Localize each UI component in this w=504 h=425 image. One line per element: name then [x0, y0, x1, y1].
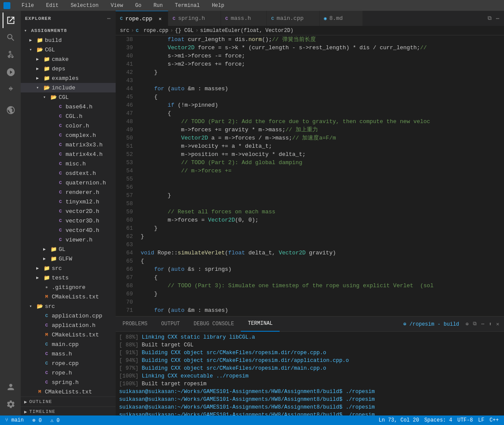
breadcrumb-class[interactable]: {} CGL	[175, 28, 193, 34]
run-activity-icon[interactable]	[3, 64, 18, 80]
line-number: 59	[116, 208, 133, 216]
status-language[interactable]: C++	[488, 417, 501, 423]
code-area[interactable]: 3839404142434445464748495051525354555657…	[116, 35, 504, 316]
menu-view[interactable]: View	[108, 2, 126, 10]
tab-problems[interactable]: PROBLEMS	[116, 317, 154, 332]
sidebar-item-cmake-src[interactable]: M CMakeLists.txt	[21, 330, 116, 339]
code-line: {	[141, 93, 504, 101]
timeline-header[interactable]: ▶ TIMELINE	[21, 407, 116, 415]
status-warnings[interactable]: ⚠ 0	[49, 417, 62, 424]
sidebar-item-src-cgl[interactable]: ▶ 📁 src	[21, 263, 116, 273]
remote-activity-icon[interactable]	[3, 102, 18, 118]
code-line: m->forces += gravity * m->mass;// 加上重力	[141, 126, 504, 134]
tab-rope-cpp[interactable]: C rope.cpp ✕	[116, 11, 168, 26]
base64h-icon: C	[57, 103, 64, 110]
outline-header[interactable]: ▶ OUTLINE	[21, 397, 116, 406]
status-errors[interactable]: ⊗ 0	[31, 417, 44, 424]
sidebar-item-application-h[interactable]: C application.h	[21, 320, 116, 330]
sidebar-item-cmake-top[interactable]: M CMakeLists.txt	[21, 387, 116, 396]
tab-rope-cpp-close[interactable]: ✕	[157, 15, 164, 22]
terminal-maximize-button[interactable]: ⬆	[488, 320, 493, 329]
tab-output[interactable]: OUTPUT	[154, 317, 187, 332]
tab-8-md[interactable]: ◉ 8.md ✕	[320, 11, 363, 26]
sidebar-item-matrix4x4h[interactable]: C matrix4x4.h	[21, 149, 116, 159]
menu-help[interactable]: Help	[209, 2, 227, 10]
account-activity-icon[interactable]	[3, 379, 18, 395]
breadcrumb-method[interactable]: simulateEuler(float, Vector2D)	[200, 28, 293, 34]
sidebar-item-rope-h[interactable]: C rope.h	[21, 368, 116, 377]
sidebar-item-tinyxml2h[interactable]: C tinyxml2.h	[21, 197, 116, 206]
explorer-activity-icon[interactable]	[3, 13, 18, 28]
menu-run[interactable]: Run	[151, 2, 166, 10]
sidebar-item-deps[interactable]: ▶ 📁 deps	[21, 64, 116, 73]
osdtexth-label: osdtext.h	[66, 170, 96, 177]
sidebar-item-quaternionh[interactable]: C quaternion.h	[21, 178, 116, 187]
menu-selection[interactable]: Selection	[68, 2, 101, 10]
sidebar-item-misch[interactable]: C misc.h	[21, 159, 116, 168]
status-line-ending[interactable]: LF	[476, 417, 486, 423]
sidebar-item-assignment8[interactable]: ▾ ASSIGNMENT8	[21, 26, 116, 35]
source-control-activity-icon[interactable]	[3, 47, 18, 63]
tab-terminal[interactable]: TERMINAL	[241, 317, 280, 332]
tab-mass-h[interactable]: C mass.h ✕	[221, 11, 267, 26]
menu-edit[interactable]: Edit	[44, 2, 61, 10]
new-terminal-button[interactable]: ⊕	[464, 320, 470, 329]
sidebar-item-osdtexth[interactable]: C osdtext.h	[21, 168, 116, 178]
sidebar-item-cmake-cgl[interactable]: M CMakeLists.txt	[21, 292, 116, 301]
sidebar-item-application-cpp[interactable]: C application.cpp	[21, 311, 116, 320]
sidebar-item-main-cpp[interactable]: C main.cpp	[21, 339, 116, 349]
sidebar-item-GL[interactable]: ▶ 📁 GL	[21, 244, 116, 254]
sidebar-item-tests[interactable]: ▶ 📁 tests	[21, 273, 116, 282]
sidebar-item-CGL-sub[interactable]: ▾ 📂 CGL	[21, 92, 116, 102]
sidebar-item-vector4Dh[interactable]: C vector4D.h	[21, 225, 116, 235]
sidebar-item-gitignore[interactable]: ● .gitignore	[21, 282, 116, 292]
breadcrumb-file: C rope.cpp	[136, 28, 168, 34]
terminal-close-button[interactable]: ✕	[495, 320, 501, 329]
new-file-button[interactable]: ⋯	[106, 14, 111, 23]
tab-debug-console[interactable]: DEBUG CONSOLE	[187, 317, 241, 332]
sidebar-item-src[interactable]: ▾ 📂 src	[21, 301, 116, 311]
menu-go[interactable]: Go	[132, 2, 144, 10]
sidebar-item-spring-h[interactable]: C spring.h	[21, 377, 116, 387]
sidebar-item-viewerh[interactable]: C viewer.h	[21, 235, 116, 244]
sidebar-item-base64h[interactable]: C base64.h	[21, 102, 116, 111]
search-activity-icon[interactable]	[3, 30, 18, 45]
sidebar-item-CGL[interactable]: ▾ 📂 CGL	[21, 45, 116, 54]
sidebar-item-complexh[interactable]: C complex.h	[21, 130, 116, 140]
sidebar-item-include[interactable]: ▾ 📂 include	[21, 83, 116, 92]
sidebar-item-build[interactable]: ▶ 📁 build	[21, 35, 116, 45]
split-terminal-button[interactable]: ⧉	[472, 320, 478, 328]
sidebar-item-vector3Dh[interactable]: C vector3D.h	[21, 216, 116, 225]
status-position[interactable]: Ln 73, Col 20	[377, 417, 421, 423]
sidebar-item-matrix3x3h[interactable]: C matrix3x3.h	[21, 140, 116, 149]
sidebar-item-cmake[interactable]: ▶ 📁 cmake	[21, 54, 116, 64]
menu-file[interactable]: File	[19, 2, 37, 10]
sidebar-item-mass-h[interactable]: C mass.h	[21, 349, 116, 358]
code-content[interactable]: float curr_length = dis.norm();// 弹簧当前长度…	[137, 35, 504, 316]
menu-terminal[interactable]: Terminal	[172, 2, 202, 10]
tab-spring-h[interactable]: C spring.h ✕	[168, 11, 221, 26]
terminal-content[interactable]: [ 88%] Linking CXX static library libCGL…	[116, 332, 504, 415]
line-number: 51	[116, 142, 133, 150]
tab-main-cpp[interactable]: C main.cpp ✕	[267, 11, 319, 26]
extensions-activity-icon[interactable]	[3, 82, 18, 97]
breadcrumb-filename[interactable]: rope.cpp	[144, 28, 169, 34]
breadcrumb-src[interactable]: src	[120, 28, 129, 34]
terminal-more-button[interactable]: ⋯	[480, 320, 485, 329]
status-encoding[interactable]: UTF-8	[456, 417, 475, 423]
terminal-tab-actions: ⊕ /ropesim - build ⊕ ⧉ ⋯ ⬆ ✕	[403, 320, 504, 329]
sidebar-item-examples[interactable]: ▶ 📁 examples	[21, 73, 116, 83]
sidebar-item-rendererh[interactable]: C renderer.h	[21, 187, 116, 197]
sidebar-item-rope-cpp[interactable]: C rope.cpp	[21, 358, 116, 368]
more-actions-button[interactable]: ⋯	[495, 14, 501, 23]
status-spaces[interactable]: Spaces: 4	[422, 417, 454, 423]
settings-activity-icon[interactable]	[3, 396, 18, 412]
status-branch[interactable]: ⑂ main	[3, 417, 25, 423]
sidebar-item-vector2Dh[interactable]: C vector2D.h	[21, 206, 116, 216]
line-number: 72	[116, 314, 133, 316]
split-editor-button[interactable]: ⧉	[486, 14, 493, 23]
sidebar-item-CGLh[interactable]: C CGL.h	[21, 111, 116, 121]
line-number: 49	[116, 126, 133, 134]
sidebar-item-GLFW[interactable]: ▶ 📁 GLFW	[21, 254, 116, 263]
sidebar-item-colorh[interactable]: C color.h	[21, 121, 116, 130]
